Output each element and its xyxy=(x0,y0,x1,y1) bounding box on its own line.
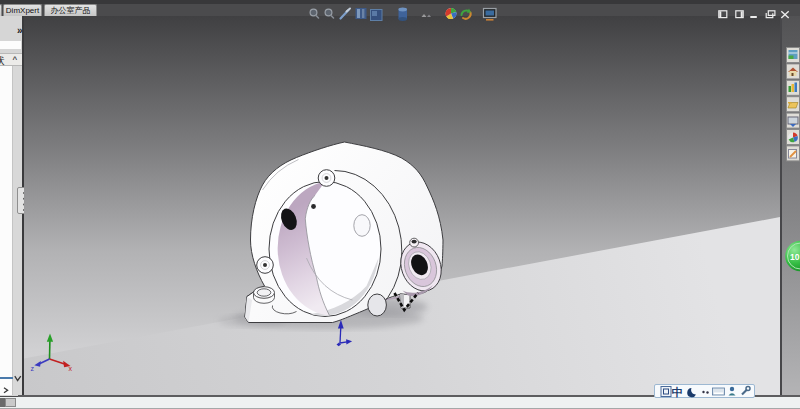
svg-text:x: x xyxy=(68,365,72,372)
svg-text:z: z xyxy=(30,365,34,372)
svg-text:中: 中 xyxy=(672,386,683,398)
svg-text:10: 10 xyxy=(790,252,800,262)
